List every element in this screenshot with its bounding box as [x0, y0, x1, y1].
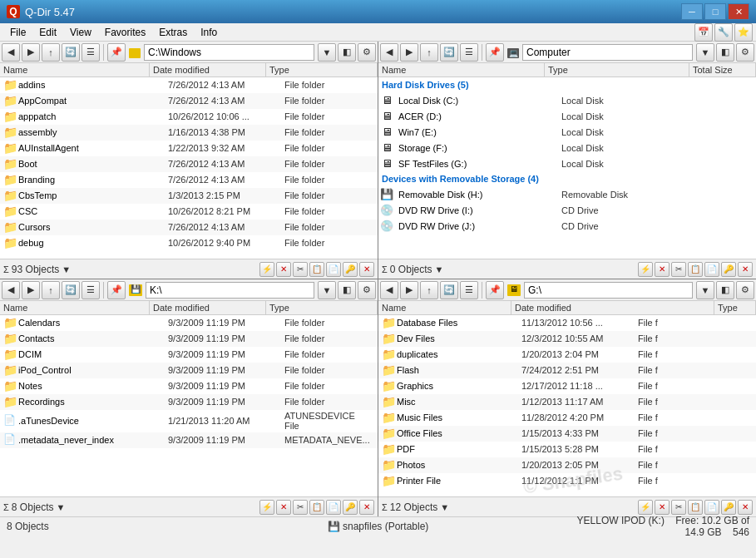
status-btn3-bl[interactable]: ✂	[293, 500, 308, 515]
forward-button-bl[interactable]: ▶	[22, 281, 40, 299]
file-row[interactable]: 📁apppatch10/26/2012 10:06 ...File folder	[0, 109, 378, 125]
file-row[interactable]: 📄.metadata_never_index9/3/2009 11:19 PMM…	[0, 432, 378, 448]
up-button-br[interactable]: ↑	[420, 281, 438, 299]
drive-row[interactable]: 🖥 Win7 (E:) Local Disk	[378, 124, 756, 140]
status-btn4-tr[interactable]: 📋	[688, 262, 703, 277]
drive-row[interactable]: 🖥 ACER (D:) Local Disk	[378, 108, 756, 124]
settings-br[interactable]: ⚙	[736, 281, 754, 299]
file-row[interactable]: 📁Database Files11/13/2012 10:56 ...File …	[378, 315, 756, 331]
status-btn6-tl[interactable]: 🔑	[343, 262, 358, 277]
file-row[interactable]: 📁Graphics12/17/2012 11:18 ...File f	[378, 378, 756, 394]
col-date-br[interactable]: Date modified	[511, 301, 714, 314]
nav-extra-tl[interactable]: 📌	[107, 43, 126, 62]
col-name-tr[interactable]: Name	[378, 63, 545, 77]
status-btn4-tl[interactable]: 📋	[309, 262, 324, 277]
drive-row[interactable]: 🖥 Local Disk (C:) Local Disk	[378, 92, 756, 108]
col-name-bl[interactable]: Name	[0, 301, 150, 314]
nav-extra-br[interactable]: 📌	[486, 281, 504, 299]
view-tr[interactable]: ◧	[716, 43, 734, 62]
file-row[interactable]: 📁Notes9/3/2009 11:19 PMFile folder	[0, 378, 378, 394]
up-button-tr[interactable]: ↑	[420, 43, 438, 62]
settings-tl[interactable]: ⚙	[358, 43, 376, 62]
up-button-tl[interactable]: ↑	[42, 43, 60, 62]
status-btn5-tl[interactable]: 📄	[326, 262, 341, 277]
status-btn4-bl[interactable]: 📋	[309, 500, 324, 515]
forward-button-br[interactable]: ▶	[400, 281, 418, 299]
refresh-button-bl[interactable]: 🔄	[62, 281, 80, 299]
view-br[interactable]: ◧	[716, 281, 734, 299]
file-row[interactable]: 📄.aTunesDevice1/21/2013 11:20 AMATUNESDE…	[0, 410, 378, 432]
pane-top-right-list[interactable]: Hard Disk Drives (5) 🖥 Local Disk (C:) L…	[378, 77, 756, 259]
drive-row[interactable]: 🖥 SF TestFiles (G:) Local Disk	[378, 156, 756, 171]
file-row[interactable]: 📁CbsTemp1/3/2013 2:15 PMFile folder	[0, 188, 378, 204]
addr-go-bl[interactable]: ▼	[318, 281, 336, 299]
view-button-br[interactable]: ☰	[460, 281, 478, 299]
view-bl[interactable]: ◧	[338, 281, 356, 299]
file-row[interactable]: 📁AUInstallAgent1/22/2013 9:32 AMFile fol…	[0, 141, 378, 156]
file-row[interactable]: 📁Photos1/20/2013 2:05 PMFile f	[378, 457, 756, 473]
file-row[interactable]: 📁debug10/26/2012 9:40 PMFile folder	[0, 235, 378, 251]
file-row[interactable]: 📁Branding7/26/2012 4:13 AMFile folder	[0, 172, 378, 188]
minimize-button[interactable]: ─	[681, 3, 703, 20]
nav-extra-bl[interactable]: 📌	[107, 281, 126, 299]
file-row[interactable]: 📁CSC10/26/2012 8:21 PMFile folder	[0, 204, 378, 220]
drive-row[interactable]: 💿 DVD RW Drive (I:) CD Drive	[378, 202, 756, 218]
pane-top-left-list[interactable]: 📁addins7/26/2012 4:13 AMFile folder 📁App…	[0, 77, 378, 259]
toolbar-extra1[interactable]: 🔧	[714, 23, 733, 42]
menu-extras[interactable]: Extras	[152, 25, 194, 40]
back-button-tl[interactable]: ◀	[2, 43, 20, 62]
settings-tr[interactable]: ⚙	[736, 43, 754, 62]
status-btn6-tr[interactable]: 🔑	[721, 262, 736, 277]
status-btn5-bl[interactable]: 📄	[326, 500, 341, 515]
calendar-button[interactable]: 📅	[694, 23, 713, 42]
file-row[interactable]: 📁Flash7/24/2012 2:51 PMFile f	[378, 363, 756, 378]
file-row[interactable]: 📁iPod_Control9/3/2009 11:19 PMFile folde…	[0, 363, 378, 378]
status-btn7-tr[interactable]: ✕	[738, 262, 753, 277]
close-button[interactable]: ✕	[728, 3, 749, 20]
status-btn7-tl[interactable]: ✕	[359, 262, 374, 277]
status-btn6-bl[interactable]: 🔑	[343, 500, 358, 515]
menu-file[interactable]: File	[3, 25, 32, 40]
addr-go-tl[interactable]: ▼	[318, 43, 336, 62]
status-btn2-br[interactable]: ✕	[655, 500, 670, 515]
col-date-tl[interactable]: Date modified	[150, 63, 266, 77]
file-row[interactable]: 📁Calendars9/3/2009 11:19 PMFile folder	[0, 315, 378, 331]
address-bar-tl[interactable]: C:\Windows	[144, 44, 314, 61]
status-btn2-tr[interactable]: ✕	[655, 262, 670, 277]
file-row[interactable]: 📁Dev Files12/3/2012 10:55 AMFile f	[378, 331, 756, 347]
address-bar-tr[interactable]: Computer	[522, 44, 693, 61]
status-btn2-tl[interactable]: ✕	[276, 262, 291, 277]
file-row[interactable]: 📁assembly1/16/2013 4:38 PMFile folder	[0, 125, 378, 141]
back-button-br[interactable]: ◀	[380, 281, 398, 299]
status-btn5-br[interactable]: 📄	[704, 500, 719, 515]
status-btn4-br[interactable]: 📋	[688, 500, 703, 515]
pane-bottom-left-list[interactable]: 📁Calendars9/3/2009 11:19 PMFile folder 📁…	[0, 315, 378, 496]
col-type-tr[interactable]: Type	[545, 63, 689, 77]
col-name-br[interactable]: Name	[378, 301, 511, 314]
menu-view[interactable]: View	[63, 25, 98, 40]
view-tl[interactable]: ◧	[338, 43, 356, 62]
back-button-tr[interactable]: ◀	[380, 43, 398, 62]
menu-edit[interactable]: Edit	[32, 25, 63, 40]
status-btn7-br[interactable]: ✕	[738, 500, 753, 515]
status-btn5-tr[interactable]: 📄	[704, 262, 719, 277]
file-row[interactable]: 📁Office Files1/15/2013 4:33 PMFile f	[378, 426, 756, 442]
file-row[interactable]: 📁addins7/26/2012 4:13 AMFile folder	[0, 77, 378, 93]
status-btn1-bl[interactable]: ⚡	[259, 500, 274, 515]
nav-extra-tr[interactable]: 📌	[486, 43, 504, 62]
file-row[interactable]: 📁Printer File11/12/2012 1:1 PMFile f	[378, 473, 756, 489]
file-row[interactable]: 📁PDF1/15/2013 5:28 PMFile f	[378, 442, 756, 457]
toolbar-extra2[interactable]: ⭐	[734, 23, 753, 42]
drive-row[interactable]: 💿 DVD RW Drive (J:) CD Drive	[378, 218, 756, 234]
file-row[interactable]: 📁Recordings9/3/2009 11:19 PMFile folder	[0, 394, 378, 410]
status-btn7-bl[interactable]: ✕	[359, 500, 374, 515]
settings-bl[interactable]: ⚙	[358, 281, 376, 299]
file-row[interactable]: 📁DCIM9/3/2009 11:19 PMFile folder	[0, 347, 378, 363]
menu-favorites[interactable]: Favorites	[98, 25, 152, 40]
forward-button-tl[interactable]: ▶	[22, 43, 40, 62]
status-btn6-br[interactable]: 🔑	[721, 500, 736, 515]
up-button-bl[interactable]: ↑	[42, 281, 60, 299]
menu-info[interactable]: Info	[194, 25, 224, 40]
forward-button-tr[interactable]: ▶	[400, 43, 418, 62]
drive-row[interactable]: 🖥 Storage (F:) Local Disk	[378, 140, 756, 156]
